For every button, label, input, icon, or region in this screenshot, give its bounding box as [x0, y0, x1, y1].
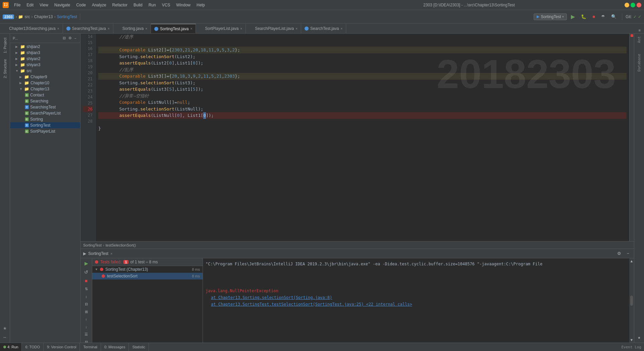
breadcrumb-src-text: src — [24, 14, 30, 19]
menu-navigate[interactable]: Navigate — [52, 2, 73, 8]
tab-close-icon[interactable]: × — [108, 27, 110, 31]
run-minimize-button[interactable]: − — [625, 250, 631, 257]
tree-item-sortplayerlist[interactable]: C SortPlayerList — [10, 128, 80, 134]
run-output-stacktrace1[interactable]: at Chapter13.Sorting.selectionSort(Sorti… — [206, 295, 627, 301]
run-close-tab[interactable]: × — [110, 252, 112, 256]
menu-window[interactable]: Window — [173, 2, 193, 8]
tab-close-icon[interactable]: × — [190, 27, 192, 31]
tab-close-icon[interactable]: × — [340, 27, 342, 31]
bottom-tab-run[interactable]: 4: Run — [0, 343, 22, 351]
more-tabs-icon[interactable]: ⋯ — [3, 335, 6, 343]
tab-close-icon[interactable]: × — [145, 27, 147, 31]
run-stop-button[interactable]: ■ — [84, 277, 89, 284]
run-sort-button[interactable]: ⇅ — [84, 286, 89, 292]
database-label[interactable]: Database — [637, 52, 641, 73]
run-configuration[interactable]: ▶ SortingTest ▾ — [534, 13, 567, 20]
tree-item-contact[interactable]: C Contact — [10, 92, 80, 98]
run-up-button[interactable]: ↑ — [84, 316, 89, 322]
tree-item-chapter10[interactable]: ▶ 📁 Chapter10 — [10, 80, 80, 86]
code-editor[interactable]: 14 15 16 17 18 19 20 21 22 23 24 25 26 2… — [80, 34, 634, 241]
menu-help[interactable]: Help — [194, 2, 208, 8]
sortingtest-link[interactable]: SortingTest.java:25 — [315, 302, 361, 307]
java-icon: C — [25, 129, 29, 133]
hide-sidebar-button[interactable]: − — [73, 36, 77, 41]
settings-button[interactable]: ⚙ — [67, 36, 73, 41]
tree-item-chapter9[interactable]: ▶ 📁 Chapter9 — [10, 74, 80, 80]
menu-view[interactable]: View — [37, 2, 51, 8]
editor-settings-button[interactable]: ≡ — [637, 27, 643, 33]
scroll-up-button[interactable]: ▲ — [629, 258, 634, 264]
menu-refactor[interactable]: Refactor — [110, 2, 130, 8]
run-rerun-button[interactable]: ↺ — [83, 268, 89, 276]
debug-button[interactable]: 🐛 — [579, 13, 588, 20]
menu-file[interactable]: File — [11, 2, 23, 8]
run-sort2-button[interactable]: ↕ — [84, 294, 88, 300]
tree-item-shiyan3[interactable]: ▶ 📁 shiyan3 — [10, 62, 80, 68]
menu-build[interactable]: Build — [131, 2, 145, 8]
star-icon[interactable]: ★ — [638, 335, 640, 341]
menu-vcs[interactable]: VCS — [159, 2, 173, 8]
menu-edit[interactable]: Edit — [24, 2, 36, 8]
run-expand-button[interactable]: ⊞ — [84, 309, 89, 315]
tab-close-icon[interactable]: × — [296, 27, 298, 31]
git-icon: Git: — [626, 14, 632, 19]
tab-close-icon[interactable]: × — [57, 27, 59, 31]
minimize-button[interactable] — [625, 3, 629, 7]
run-output-stacktrace2[interactable]: at Chapter13.SortingTest.testSelectionSo… — [206, 301, 627, 307]
bottom-tab-todo[interactable]: 6: TODO — [22, 343, 44, 351]
tab-sortplayerlist-java[interactable]: SortPlayerList.java × — [196, 24, 246, 33]
tree-item-src[interactable]: ▼ 📁 src — [10, 68, 80, 74]
code-content[interactable]: 20182303 //逆序 Comparable List2[]={2303,2… — [96, 34, 629, 241]
tree-item-sortingtest[interactable]: T SortingTest — [10, 122, 80, 128]
tree-item-shijian3[interactable]: ▶ 📁 shijian3 — [10, 50, 80, 56]
tab-sorting-java[interactable]: Sorting.java × — [113, 24, 151, 33]
sorting-link[interactable]: Sorting.java:8 — [296, 295, 330, 300]
tab-searchingtest-java[interactable]: SearchingTest.java × — [63, 24, 113, 33]
run-tree-sortingtest[interactable]: ▼ SortingTest (Chapter13) 8 ms — [92, 266, 203, 273]
run-config-dropdown-icon[interactable]: ▾ — [562, 15, 564, 18]
favorites-icon[interactable]: ★ — [3, 324, 7, 334]
tab-sortingtest-java[interactable]: SortingTest.java × — [151, 24, 196, 33]
run-tree-testselectionsort[interactable]: testSelectionSort 8 ms — [92, 273, 203, 279]
run-filter-button[interactable]: ⊟ — [84, 339, 89, 343]
event-log-link[interactable]: Event Log — [621, 345, 641, 349]
git-check2-icon: ✓ — [638, 14, 641, 19]
tree-item-searchingtest[interactable]: T SearchingTest — [10, 104, 80, 110]
tab-searching-java[interactable]: Chapter13\Searching.java × — [0, 24, 63, 33]
run-button[interactable]: ▶ — [569, 12, 577, 21]
separator1 — [80, 13, 80, 20]
scroll-down-button[interactable]: ▼ — [629, 337, 634, 343]
scrollbar-thumb[interactable] — [630, 296, 633, 306]
run-settings-button[interactable]: ⚙ — [615, 250, 623, 257]
vtab-project[interactable]: 1: Project — [2, 35, 8, 56]
stop-button[interactable]: ■ — [590, 13, 597, 20]
menu-run[interactable]: Run — [146, 2, 159, 8]
bottom-tab-messages[interactable]: 0: Messages — [101, 343, 129, 351]
tree-item-searching[interactable]: C Searching — [10, 98, 80, 104]
vtab-structure[interactable]: 2: Structure — [2, 56, 8, 81]
tree-item-shijian2[interactable]: ▶ 📁 shijian2 — [10, 44, 80, 50]
tab-searchplayerlist-java[interactable]: SearchPlayerList.java × — [246, 24, 301, 33]
run-play-button[interactable]: ▶ — [84, 260, 89, 267]
ant-label[interactable]: Ant — [637, 35, 641, 44]
close-button[interactable] — [637, 3, 641, 7]
tree-item-searchplayerlist[interactable]: C SearchPlayerList — [10, 110, 80, 116]
tree-item-sorting[interactable]: C Sorting — [10, 116, 80, 122]
tree-item-chapter13[interactable]: ▼ 📁 Chapter13 — [10, 86, 80, 92]
tree-item-shiyan2[interactable]: ▶ 📁 shiyan2 — [10, 56, 80, 62]
collapse-all-button[interactable]: ⊟ — [62, 36, 67, 41]
tab-close-icon[interactable]: × — [240, 27, 242, 31]
coverage-button[interactable]: ☂ — [599, 13, 607, 20]
run-collapse-button[interactable]: ⊟ — [84, 301, 89, 307]
run-down-button[interactable]: ↓ — [84, 324, 89, 330]
bottom-tab-statistic[interactable]: Statistic — [129, 343, 149, 351]
menu-analyze[interactable]: Analyze — [89, 2, 109, 8]
bottom-tab-terminal[interactable]: Terminal — [80, 343, 101, 351]
search-everywhere-button[interactable]: 🔍 — [609, 13, 619, 20]
maximize-button[interactable] — [631, 3, 635, 7]
menu-code[interactable]: Code — [73, 2, 89, 8]
tab-searchtest-java[interactable]: SearchTest.java × — [301, 24, 346, 33]
run-list-button[interactable]: ☰ — [84, 331, 89, 338]
code-line-26: assertEquals(ListNull[0], List1[0]); — [98, 112, 627, 119]
bottom-tab-version-control[interactable]: 9: Version Control — [44, 343, 80, 351]
